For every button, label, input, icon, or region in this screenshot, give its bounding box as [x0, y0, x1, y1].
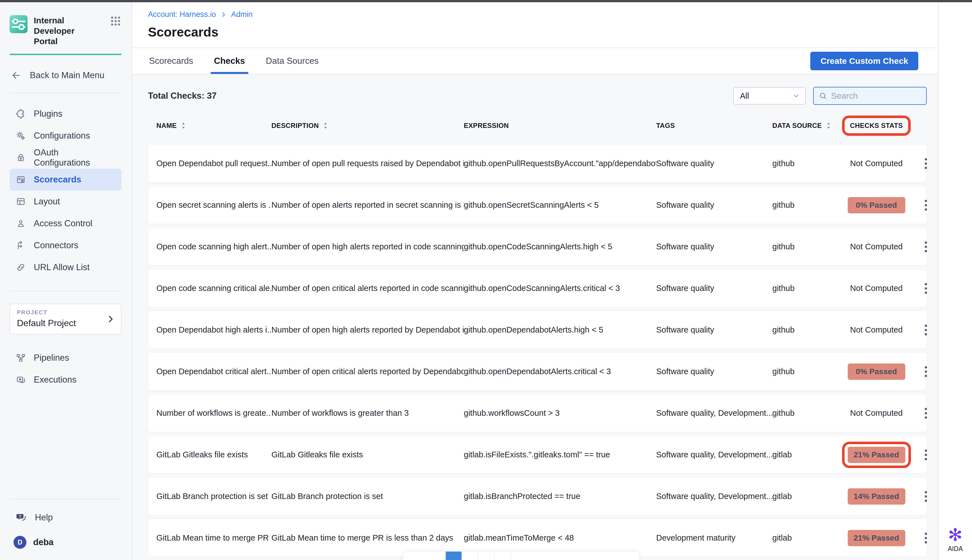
sort-icon[interactable] [180, 122, 186, 130]
executions-icon [16, 375, 26, 385]
main-area: Account: Harness.io Admin Scorecards Sco… [132, 2, 938, 560]
sidebar: Internal Developer Portal Back to Main M… [0, 2, 132, 560]
check-description-cell: GitLab Gitleaks file exists [271, 450, 464, 459]
sidebar-item-pipelines[interactable]: Pipelines [10, 347, 122, 369]
kebab-menu-icon[interactable] [919, 402, 933, 425]
sidebar-item-label: Pipelines [34, 353, 69, 363]
sidebar-item-plugins[interactable]: Plugins [10, 103, 122, 125]
check-data-source-cell: gitlab [772, 492, 834, 501]
check-expression-cell: github.openDependabotAlerts.critical < 3 [464, 367, 656, 376]
tab-scorecards[interactable]: Scorecards [148, 48, 194, 74]
kebab-menu-icon[interactable] [919, 193, 933, 217]
pagination-page-button[interactable] [478, 552, 494, 560]
stats-badge: 0% Passed [848, 363, 905, 380]
sort-icon[interactable] [322, 122, 328, 130]
sidebar-item-help[interactable]: ? Help [10, 507, 122, 528]
kebab-menu-icon[interactable] [919, 235, 933, 258]
sidebar-item-label: Access Control [34, 218, 92, 228]
column-header-data-source[interactable]: DATA SOURCE [772, 122, 832, 130]
pipelines-icon [16, 353, 26, 363]
column-label: DESCRIPTION [271, 122, 319, 130]
check-name-cell: GitLab Gitleaks file exists [156, 450, 271, 459]
check-description-cell: GitLab Mean time to merge PR is less tha… [271, 533, 464, 543]
kebab-menu-icon[interactable] [919, 318, 933, 342]
kebab-menu-icon[interactable] [919, 360, 933, 383]
sort-icon[interactable] [826, 122, 832, 130]
sidebar-item-layout[interactable]: Layout [10, 191, 122, 213]
tab-checks[interactable]: Checks [213, 48, 246, 74]
sidebar-item-label: Executions [34, 375, 77, 385]
check-expression-cell: github.openSecretScanningAlerts < 5 [464, 200, 656, 210]
sidebar-item-executions[interactable]: Executions [10, 369, 122, 391]
check-data-source-cell: github [772, 284, 834, 293]
column-header-checks-stats[interactable]: CHECKS STATS [850, 122, 903, 130]
chevron-down-icon [792, 92, 800, 100]
controls-row: Total Checks: 37 All [148, 87, 927, 105]
check-tags-cell: Software quality [656, 367, 772, 376]
check-data-source-cell: github [772, 242, 834, 251]
table-row: Number of workflows is greate...Number o… [148, 394, 927, 432]
aida-assistant-button[interactable]: ✻ AIDA [948, 526, 963, 553]
sidebar-item-scorecards[interactable]: Scorecards [10, 169, 122, 191]
arrow-left-icon [11, 70, 22, 80]
user-menu[interactable]: D deba [10, 536, 122, 549]
row-actions-cell [919, 360, 933, 383]
project-name: Default Project [17, 318, 105, 328]
kebab-menu-icon[interactable] [919, 277, 933, 300]
breadcrumb-account-link[interactable]: Account: Harness.io [148, 10, 216, 19]
column-header-description[interactable]: DESCRIPTION [271, 122, 328, 130]
stats-badge: 21% Passed [848, 447, 905, 463]
layout-icon [16, 197, 26, 207]
column-header-tags[interactable]: TAGS [656, 122, 675, 130]
tab-data-sources[interactable]: Data Sources [265, 48, 320, 74]
column-header-expression[interactable]: EXPRESSION [464, 122, 509, 130]
sidebar-item-label: Connectors [34, 240, 78, 250]
sidebar-item-url-allow-list[interactable]: URL Allow List [10, 257, 122, 278]
right-rail: ✻ AIDA [938, 2, 972, 560]
puzzle-icon [16, 109, 26, 119]
pagination-page-button[interactable] [494, 552, 511, 560]
column-label: EXPRESSION [464, 122, 509, 130]
sidebar-item-configurations[interactable]: Configurations [10, 125, 122, 147]
kebab-menu-icon[interactable] [919, 485, 933, 508]
project-label: PROJECT [17, 309, 105, 316]
pagination-page-button[interactable] [403, 552, 445, 560]
back-to-main-menu[interactable]: Back to Main Menu [10, 70, 122, 80]
sidebar-divider [10, 291, 122, 291]
kebab-menu-icon[interactable] [919, 443, 933, 467]
connectors-icon [16, 240, 26, 250]
app-grid-icon[interactable] [110, 15, 122, 27]
sidebar-item-oauth-configurations[interactable]: OAuth Configurations [10, 147, 122, 169]
check-data-source-cell: github [772, 325, 834, 335]
gears-icon [16, 131, 26, 141]
search-input[interactable] [831, 91, 921, 101]
project-selector[interactable]: PROJECT Default Project [10, 303, 122, 335]
app-title: Internal Developer Portal [34, 15, 99, 47]
check-name-cell: Open code scanning critical ale... [156, 284, 271, 293]
check-description-cell: Number of open high alerts reported by D… [271, 325, 464, 335]
sidebar-item-connectors[interactable]: Connectors [10, 235, 122, 257]
pagination-page-button[interactable] [445, 552, 461, 560]
sidebar-item-access-control[interactable]: Access Control [10, 213, 122, 235]
kebab-menu-icon[interactable] [919, 526, 933, 550]
link-icon [16, 262, 26, 272]
check-data-source-cell: github [772, 367, 834, 376]
kebab-menu-icon[interactable] [919, 152, 933, 175]
check-data-source-cell: github [772, 408, 834, 418]
check-name-cell: Open Dependabot pull request... [156, 159, 271, 168]
sidebar-item-label: Plugins [34, 109, 62, 119]
checks-content: Total Checks: 37 All [132, 75, 938, 560]
create-custom-check-button[interactable]: Create Custom Check [810, 52, 918, 70]
pagination-page-button[interactable] [511, 552, 639, 560]
check-tags-cell: Software quality [656, 242, 772, 251]
column-header-name[interactable]: NAME [156, 122, 186, 130]
row-actions-cell [919, 526, 933, 550]
pagination-page-button[interactable] [461, 552, 478, 560]
stats-text: Not Computed [850, 159, 903, 168]
table-row: GitLab Branch protection is setGitLab Br… [148, 478, 927, 515]
person-icon [16, 218, 26, 228]
chevron-right-icon [220, 12, 227, 18]
breadcrumb-admin-link[interactable]: Admin [231, 10, 253, 19]
column-label: TAGS [656, 122, 675, 130]
filter-select[interactable]: All [733, 87, 806, 105]
